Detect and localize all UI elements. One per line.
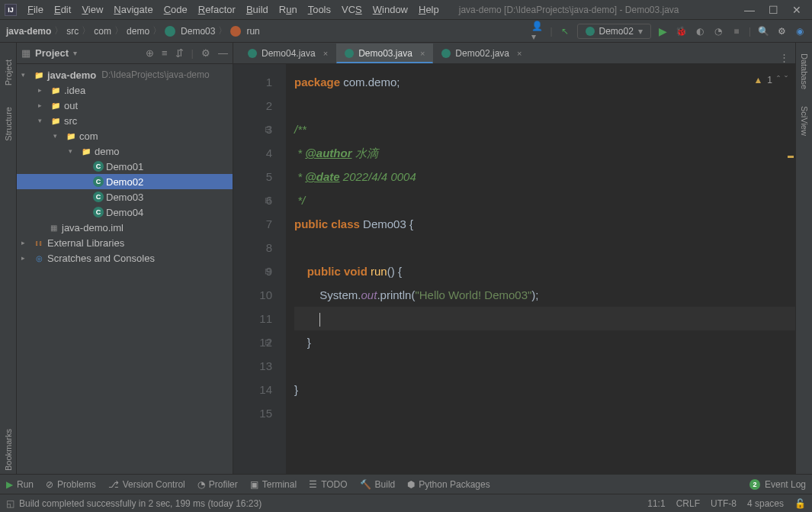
text-caret <box>319 313 320 327</box>
menu-run[interactable]: Run <box>274 2 302 17</box>
event-count-badge: 2 <box>749 479 760 490</box>
warning-mark[interactable] <box>788 156 794 158</box>
editor-tabs: Demo04.java× Demo03.java× Demo02.java× ⋮ <box>233 43 795 64</box>
tool-todo[interactable]: ☰TODO <box>309 479 347 490</box>
tab-demo04[interactable]: Demo04.java× <box>239 43 336 63</box>
tool-problems[interactable]: ⊘Problems <box>46 479 96 490</box>
panel-hide-icon[interactable]: — <box>218 47 228 59</box>
tool-vcs[interactable]: ⎇Version Control <box>108 479 185 490</box>
menu-bar: File Edit View Navigate Code Refactor Bu… <box>23 2 444 17</box>
menu-navigate[interactable]: Navigate <box>109 2 157 17</box>
menu-build[interactable]: Build <box>242 2 273 17</box>
code-editor[interactable]: 1 2 3⊟ 4 5 6⊟ 7 8 9⊟ 10 11 12⊟ 13 14 15 … <box>233 64 795 474</box>
tree-demo[interactable]: ▾📁demo <box>17 143 233 159</box>
tree-external-libs[interactable]: ▸⫾⫾External Libraries <box>17 235 233 250</box>
bottom-tool-bar: ▶Run ⊘Problems ⎇Version Control ◔Profile… <box>0 474 812 494</box>
debug-button[interactable]: 🐞 <box>676 25 688 37</box>
tree-out[interactable]: ▸📁out <box>17 98 233 113</box>
collapse-icon[interactable]: ⇵ <box>175 47 184 59</box>
menu-help[interactable]: Help <box>414 2 444 17</box>
readonly-lock-icon[interactable]: 🔓 <box>794 498 806 509</box>
tree-root[interactable]: ▾ 📁 java-demo D:\IdeaProjects\java-demo <box>17 67 233 82</box>
menu-code[interactable]: Code <box>159 2 192 17</box>
menu-file[interactable]: File <box>23 2 48 17</box>
run-config-dropdown[interactable]: Demo02▾ <box>577 24 651 39</box>
menu-window[interactable]: Window <box>368 2 412 17</box>
search-icon[interactable]: 🔍 <box>757 25 769 37</box>
tree-com[interactable]: ▾📁com <box>17 128 233 143</box>
tree-demo03[interactable]: CDemo03 <box>17 189 233 204</box>
close-tab-icon[interactable]: × <box>517 49 522 58</box>
status-bar: ◱ Build completed successfully in 2 sec,… <box>0 494 812 512</box>
tool-run[interactable]: ▶Run <box>6 479 34 490</box>
tool-build[interactable]: 🔨Build <box>360 479 396 490</box>
tool-profiler[interactable]: ◔Profiler <box>197 479 238 490</box>
run-button[interactable]: ▶ <box>657 25 669 37</box>
tree-src[interactable]: ▾📁src <box>17 113 233 128</box>
tool-project[interactable]: Project <box>2 56 14 89</box>
tree-demo04[interactable]: CDemo04 <box>17 204 233 220</box>
tool-terminal[interactable]: ▣Terminal <box>250 479 297 490</box>
project-panel: ▦ Project ▾ ⊕ ≡ ⇵ | ⚙ — ▾ 📁 java-demo D:… <box>17 43 233 474</box>
locate-icon[interactable]: ⊕ <box>146 47 154 59</box>
tree-iml[interactable]: ▦java-demo.iml <box>17 220 233 235</box>
tab-menu-icon[interactable]: ⋮ <box>779 52 795 63</box>
tool-database[interactable]: Database <box>798 50 810 92</box>
caret-position[interactable]: 11:1 <box>647 498 665 509</box>
tool-bookmarks[interactable]: Bookmarks <box>2 426 14 474</box>
indent-setting[interactable]: 4 spaces <box>747 498 784 509</box>
panel-title: Project <box>35 47 69 59</box>
panel-settings-icon[interactable]: ⚙ <box>201 47 210 59</box>
settings-icon[interactable]: ⚙ <box>775 25 788 37</box>
build-hammer-icon[interactable]: ↖ <box>559 25 571 37</box>
profile-icon[interactable]: ◔ <box>712 25 724 37</box>
left-tool-strip: Project Structure <box>0 43 17 474</box>
panel-icon: ▦ <box>21 47 30 59</box>
error-stripe[interactable] <box>786 64 795 474</box>
menu-tools[interactable]: Tools <box>303 2 335 17</box>
line-separator[interactable]: CRLF <box>676 498 700 509</box>
crumb-class[interactable]: Demo03 <box>165 26 215 37</box>
menu-edit[interactable]: Edit <box>50 2 75 17</box>
crumb-demo[interactable]: demo <box>127 26 149 37</box>
tool-event-log[interactable]: Event Log <box>765 479 806 490</box>
crumb-com[interactable]: com <box>94 26 111 37</box>
tool-sciview[interactable]: SciView <box>798 103 810 139</box>
tab-demo02[interactable]: Demo02.java× <box>433 43 530 63</box>
tree-idea[interactable]: ▸📁.idea <box>17 82 233 98</box>
inspection-summary[interactable]: ▲ 1 ˆ ˇ <box>753 69 788 92</box>
pycharm-icon[interactable]: ◉ <box>794 25 806 37</box>
code-content[interactable]: package com.demo; /** * @author 水滴 * @da… <box>287 64 795 474</box>
menu-vcs[interactable]: VCS <box>337 2 367 17</box>
navigation-bar: java-demo 〉 src 〉 com 〉 demo 〉 Demo03 〉 … <box>0 20 812 43</box>
status-message: Build completed successfully in 2 sec, 1… <box>19 498 262 509</box>
minimize-icon[interactable]: — <box>744 4 755 16</box>
menu-refactor[interactable]: Refactor <box>194 2 240 17</box>
crumb-project[interactable]: java-demo <box>6 26 51 37</box>
close-icon[interactable]: ✕ <box>792 4 801 16</box>
tool-structure[interactable]: Structure <box>2 104 14 144</box>
title-bar: IJ File Edit View Navigate Code Refactor… <box>0 0 812 20</box>
window-controls: — ☐ ✕ <box>744 4 807 16</box>
tool-python-packages[interactable]: ⬢Python Packages <box>407 479 489 490</box>
menu-view[interactable]: View <box>77 2 108 17</box>
window-title: java-demo [D:\IdeaProjects\java-demo] - … <box>459 5 679 15</box>
file-encoding[interactable]: UTF-8 <box>711 498 737 509</box>
project-panel-header: ▦ Project ▾ ⊕ ≡ ⇵ | ⚙ — <box>17 43 233 64</box>
crumb-src[interactable]: src <box>66 26 79 37</box>
tree-demo02[interactable]: CDemo02 <box>17 174 233 189</box>
tab-demo03[interactable]: Demo03.java× <box>336 43 433 63</box>
stop-icon[interactable]: ■ <box>730 25 743 37</box>
coverage-icon[interactable]: ◐ <box>694 25 706 37</box>
line-gutter: 1 2 3⊟ 4 5 6⊟ 7 8 9⊟ 10 11 12⊟ 13 14 15 <box>233 64 287 474</box>
tree-demo01[interactable]: CDemo01 <box>17 159 233 174</box>
close-tab-icon[interactable]: × <box>323 49 328 58</box>
close-tab-icon[interactable]: × <box>420 49 425 58</box>
app-logo-icon: IJ <box>5 4 17 16</box>
user-icon[interactable]: 👤▾ <box>531 25 544 37</box>
maximize-icon[interactable]: ☐ <box>769 4 778 16</box>
status-window-icon[interactable]: ◱ <box>6 498 14 509</box>
tree-scratches[interactable]: ▸◎Scratches and Consoles <box>17 250 233 266</box>
crumb-method[interactable]: run <box>230 26 259 37</box>
expand-icon[interactable]: ≡ <box>162 47 168 59</box>
